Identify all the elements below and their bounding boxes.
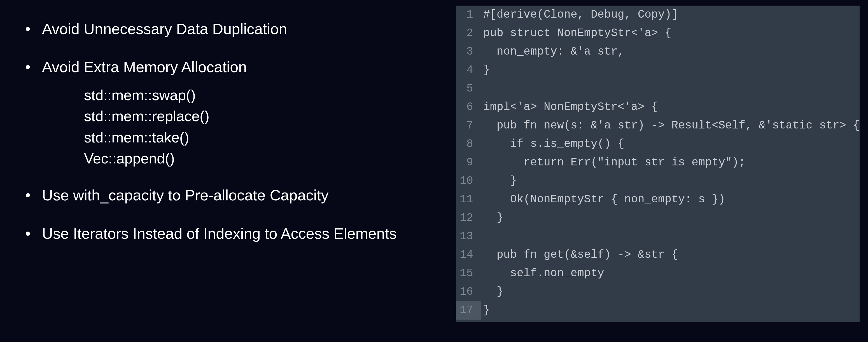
- line-number: 9: [456, 153, 481, 172]
- code-text: non_empty: &'a str,: [481, 42, 624, 61]
- code-line: 13: [456, 227, 860, 246]
- code-text: pub struct NonEmptyStr<'a> {: [481, 24, 672, 42]
- line-number: 17: [456, 301, 481, 319]
- code-line: 17}: [456, 301, 860, 320]
- sub-list: std::mem::swap() std::mem::replace() std…: [42, 85, 445, 169]
- line-number: 7: [456, 117, 481, 135]
- code-line: 12 }: [456, 209, 860, 227]
- line-number: 5: [456, 80, 481, 98]
- sub-item: std::mem::take(): [84, 127, 445, 148]
- bullet-text: Use Iterators Instead of Indexing to Acc…: [42, 225, 397, 242]
- code-line: 11 Ok(NonEmptyStr { non_empty: s }): [456, 190, 860, 209]
- code-text: pub fn get(&self) -> &str {: [481, 246, 678, 264]
- code-text: }: [481, 209, 503, 227]
- code-line: 10 }: [456, 172, 860, 190]
- bullet-item: Use with_capacity to Pre-allocate Capaci…: [17, 183, 445, 207]
- code-line: 6impl<'a> NonEmptyStr<'a> {: [456, 98, 860, 117]
- code-panel: 1#[derive(Clone, Debug, Copy)]2pub struc…: [456, 6, 860, 322]
- code-line: 2pub struct NonEmptyStr<'a> {: [456, 24, 860, 42]
- code-line: 8 if s.is_empty() {: [456, 135, 860, 153]
- code-line: 1#[derive(Clone, Debug, Copy)]: [456, 6, 860, 24]
- bullet-list: Avoid Unnecessary Data Duplication Avoid…: [17, 17, 445, 245]
- line-number: 4: [456, 61, 481, 79]
- code-text: self.non_empty: [481, 264, 604, 282]
- code-line: 16 }: [456, 283, 860, 301]
- code-text: impl<'a> NonEmptyStr<'a> {: [481, 98, 658, 116]
- code-text: Ok(NonEmptyStr { non_empty: s }): [481, 190, 725, 209]
- sub-item: std::mem::replace(): [84, 106, 445, 127]
- line-number: 12: [456, 209, 481, 227]
- code-line: 14 pub fn get(&self) -> &str {: [456, 246, 860, 264]
- line-number: 6: [456, 98, 481, 116]
- bullet-panel: Avoid Unnecessary Data Duplication Avoid…: [0, 0, 456, 342]
- code-line: 5: [456, 80, 860, 98]
- bullet-text: Use with_capacity to Pre-allocate Capaci…: [42, 187, 329, 204]
- code-text: pub fn new(s: &'a str) -> Result<Self, &…: [481, 117, 860, 135]
- code-text: }: [481, 172, 517, 190]
- bullet-item: Avoid Unnecessary Data Duplication: [17, 17, 445, 41]
- line-number: 16: [456, 283, 481, 301]
- code-text: }: [481, 61, 490, 79]
- code-text: #[derive(Clone, Debug, Copy)]: [481, 6, 678, 24]
- code-line: 4}: [456, 61, 860, 80]
- code-text: }: [481, 283, 503, 301]
- code-text: }: [481, 301, 490, 319]
- line-number: 3: [456, 42, 481, 61]
- line-number: 15: [456, 264, 481, 282]
- sub-item: std::mem::swap(): [84, 85, 445, 106]
- line-number: 1: [456, 6, 481, 24]
- code-line: 9 return Err("input str is empty");: [456, 153, 860, 172]
- line-number: 14: [456, 246, 481, 264]
- bullet-item: Use Iterators Instead of Indexing to Acc…: [17, 221, 445, 245]
- line-number: 8: [456, 135, 481, 153]
- line-number: 13: [456, 227, 481, 245]
- code-line: 15 self.non_empty: [456, 264, 860, 283]
- sub-item: Vec::append(): [84, 148, 445, 169]
- bullet-text: Avoid Extra Memory Allocation: [42, 59, 247, 75]
- bullet-item: Avoid Extra Memory Allocation std::mem::…: [17, 55, 445, 169]
- code-text: return Err("input str is empty");: [481, 153, 745, 172]
- line-number: 2: [456, 24, 481, 42]
- code-text: if s.is_empty() {: [481, 135, 624, 153]
- code-line: 3 non_empty: &'a str,: [456, 42, 860, 61]
- line-number: 10: [456, 172, 481, 190]
- code-column: 1#[derive(Clone, Debug, Copy)]2pub struc…: [456, 0, 868, 342]
- line-number: 11: [456, 190, 481, 209]
- bullet-text: Avoid Unnecessary Data Duplication: [42, 21, 287, 37]
- code-line: 7 pub fn new(s: &'a str) -> Result<Self,…: [456, 117, 860, 135]
